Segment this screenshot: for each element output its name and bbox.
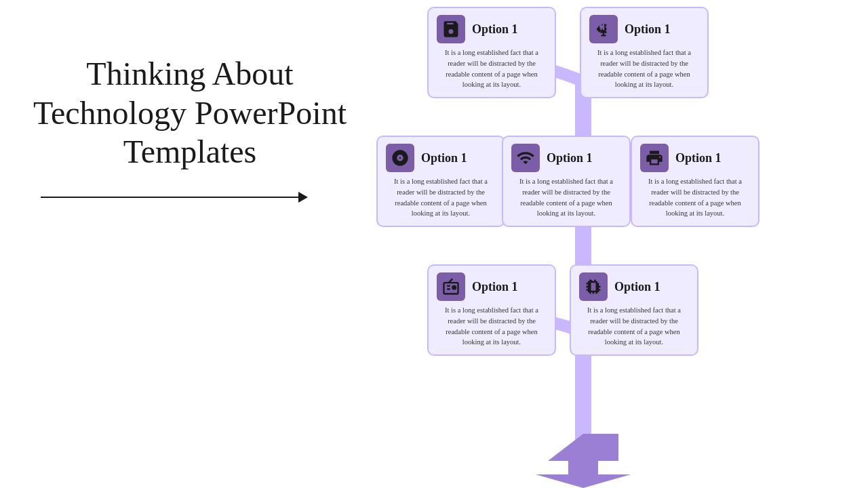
card-2-text: It is a long established fact that a rea… [589, 47, 699, 90]
card-5-title: Option 1 [675, 151, 722, 165]
diagram-area: Option 1 It is a long established fact t… [359, 0, 868, 488]
card-1-title: Option 1 [472, 22, 518, 37]
option-card-7: Option 1 It is a long established fact t… [570, 264, 698, 356]
radio-icon [437, 272, 465, 301]
arrow-line [27, 192, 353, 203]
card-2-title: Option 1 [625, 22, 671, 37]
svg-rect-4 [568, 447, 598, 474]
wifi-icon [511, 144, 540, 172]
option-card-4: Option 1 It is a long established fact t… [502, 136, 631, 227]
card-3-text: It is a long established fact that a rea… [386, 176, 496, 219]
card-6-title: Option 1 [472, 280, 518, 294]
floppy-icon [437, 15, 465, 43]
usb-icon [589, 15, 618, 43]
card-7-title: Option 1 [614, 280, 660, 294]
card-7-text: It is a long established fact that a rea… [579, 305, 689, 348]
option-card-5: Option 1 It is a long established fact t… [631, 136, 760, 227]
option-card-3: Option 1 It is a long established fact t… [376, 136, 505, 227]
printer-icon [640, 144, 669, 172]
card-1-text: It is a long established fact that a rea… [437, 47, 547, 90]
card-6-text: It is a long established fact that a rea… [437, 305, 547, 348]
option-card-2: Option 1 It is a long established fact t… [580, 7, 709, 98]
option-card-1: Option 1 It is a long established fact t… [427, 7, 556, 98]
disc-icon [386, 144, 414, 172]
option-card-6: Option 1 It is a long established fact t… [427, 264, 556, 356]
card-5-text: It is a long established fact that a rea… [640, 176, 750, 219]
card-4-title: Option 1 [547, 151, 593, 165]
title-area: Thinking About Technology PowerPoint Tem… [27, 54, 353, 203]
main-title: Thinking About Technology PowerPoint Tem… [27, 54, 353, 171]
card-4-text: It is a long established fact that a rea… [511, 176, 621, 219]
svg-marker-3 [536, 474, 631, 488]
chip-icon [579, 272, 608, 301]
card-3-title: Option 1 [421, 151, 467, 165]
